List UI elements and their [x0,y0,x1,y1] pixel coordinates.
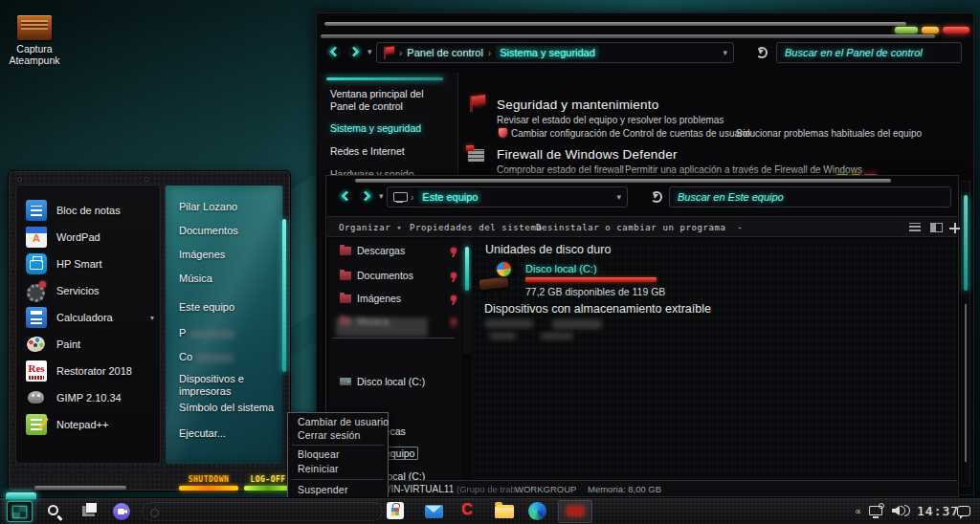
back-button[interactable] [326,43,343,59]
microsoft-store-icon[interactable] [387,502,404,519]
app-item-gimp[interactable]: GIMP 2.10.34 [26,386,154,409]
view-details-icon[interactable] [909,223,921,231]
drive-name[interactable]: Disco local (C:) [525,263,597,274]
minimize-button[interactable] [895,27,918,33]
link-firewall-allow-app[interactable]: Permitir una aplicación a través de Fire… [625,164,862,175]
section-subtitle[interactable]: Revisar el estado del equipo y resolver … [497,115,724,125]
forward-button[interactable] [345,43,362,59]
local-disk-icon[interactable] [479,258,518,291]
place-item-user[interactable]: Pilar Lozano [179,201,278,213]
logoff-button[interactable]: LOG-OFF [244,475,292,491]
start-button[interactable] [7,501,33,522]
control-panel-search-box[interactable]: Buscar en el Panel de control [776,42,962,63]
sidebar-item-disco-local[interactable]: Disco local (C:) [340,373,457,390]
menu-item-bloquear[interactable]: Bloquear [298,448,384,460]
network-display-icon[interactable] [869,506,882,515]
place-item-censored-2[interactable]: Co [179,351,278,363]
toolbar-system-properties-button[interactable]: Propiedades del sistema [410,223,542,232]
recent-pages-dropdown-icon[interactable]: ▾ [368,47,372,56]
link-uac[interactable]: Cambiar configuración de Control de cuen… [511,128,750,139]
calculator-icon [26,307,47,328]
place-item-este-equipo[interactable]: Este equipo [179,301,278,314]
scrollbar[interactable] [961,181,970,487]
notification-center-icon[interactable] [957,506,970,516]
sidebar-item-home[interactable]: Ventana principal del Panel de control [330,88,451,113]
shutdown-glow-bar [179,486,238,491]
app-item-notepad-plus-plus[interactable]: Notepad++ [26,413,154,436]
back-button[interactable] [338,187,354,204]
place-item-musica[interactable]: Música [179,273,278,285]
recent-pages-dropdown-icon[interactable]: ▾ [379,191,384,201]
app-item-hp-smart[interactable]: HP Smart [26,252,154,275]
place-item-documentos[interactable]: Documentos [179,225,278,237]
start-menu-places-panel: Pilar Lozano Documentos Imágenes Música … [165,185,283,464]
app-item-servicios[interactable]: Servicios [26,279,154,302]
sidebar-item-redes-e-internet[interactable]: Redes e Internet [330,145,451,158]
shutdown-button[interactable]: SHUTDOWN [179,475,238,491]
menu-item-cambiar-de-usuario[interactable]: Cambiar de usuario [298,416,384,427]
refresh-icon[interactable] [651,191,662,203]
address-dropdown-icon[interactable]: ▾ [616,192,621,202]
taskbar-search-icon[interactable] [48,505,58,515]
sidebar-scrollbar[interactable] [463,239,471,354]
close-button[interactable] [943,27,969,33]
ccleaner-icon[interactable]: C [461,501,473,518]
app-item-calculadora[interactable]: Calculadora ▾ [26,306,154,329]
app-item-wordpad[interactable]: A WordPad [26,226,154,249]
place-item-imagenes[interactable]: Imágenes [179,249,278,261]
breadcrumb-este-equipo[interactable]: Este equipo [418,190,481,204]
titlebar-grip[interactable] [355,179,891,183]
mail-icon[interactable] [425,505,443,518]
address-dropdown-icon[interactable]: ▾ [723,48,727,57]
toolbar-organize-button[interactable]: Organizar ▾ [339,223,402,232]
explorer-search-box[interactable]: Buscar en Este equipo [669,186,951,207]
taskbar-clock[interactable]: 14:37 [917,504,959,518]
scrollbar-thumb[interactable] [964,195,968,291]
menu-item-suspender[interactable]: Suspender [298,484,384,495]
expand-ribbon-icon[interactable] [949,223,960,233]
file-explorer-icon[interactable] [495,505,514,518]
sidebar-item-documentos[interactable]: Documentos [340,267,457,284]
address-bar[interactable]: › Panel de control › Sistema y seguridad… [376,42,734,63]
place-item-censored-1[interactable]: P [179,327,278,339]
active-app-button[interactable] [558,500,592,523]
menu-item-reiniciar[interactable]: Reiniciar [298,463,384,474]
breadcrumb-sistema-y-seguridad[interactable]: Sistema y seguridad [496,46,599,59]
explorer-status-bar: WIN-VIRTUAL11 (Grupo de trab... WORKGROU… [327,480,957,495]
toolbar-more-button[interactable]: - [737,223,743,232]
breadcrumb-panel-de-control[interactable]: Panel de control [407,47,483,58]
desktop-shortcut-captura-ateampunk[interactable]: Captura Ateampunk [0,15,69,66]
firewall-icon [468,149,484,162]
censored-blur [552,319,602,329]
expand-arrow-icon[interactable]: ▾ [150,314,154,322]
toolbar-uninstall-button[interactable]: Desinstalar o cambiar un programa [536,223,726,232]
section-title-firewall[interactable]: Firewall de Windows Defender [497,147,678,162]
sidebar-item-descargas[interactable]: Descargas [340,242,457,259]
windows-logo-icon [495,260,513,278]
place-item-ejecutar[interactable]: Ejecutar... [179,427,278,440]
app-item-bloc-de-notas[interactable]: Bloc de notas [26,199,154,222]
app-item-paint[interactable]: Paint [26,333,154,356]
forward-button[interactable] [357,187,373,204]
scrollbar-thumb[interactable] [465,247,469,291]
task-view-icon[interactable] [82,506,95,516]
tray-overflow-icon[interactable]: ∝ [855,506,861,516]
sidebar-item-sistema-y-seguridad[interactable]: Sistema y seguridad [330,122,451,135]
edge-browser-icon[interactable] [528,502,546,520]
address-bar[interactable]: › Este equipo ▾ [387,186,628,207]
place-item-simbolo-del-sistema[interactable]: Símbolo del sistema [179,402,278,414]
link-troubleshoot[interactable]: Solucionar problemas habituales del equi… [736,128,922,139]
menu-item-cerrar-sesion[interactable]: Cerrar sesión [298,429,384,441]
app-item-restorator[interactable]: Res Restorator 2018 [26,360,154,382]
section-title-seguridad[interactable]: Seguridad y mantenimiento [497,98,658,112]
volume-icon[interactable] [892,506,900,515]
titlebar-grip[interactable] [324,22,906,26]
start-menu-scrollbar[interactable] [282,219,286,372]
preview-pane-icon[interactable] [930,223,943,232]
maximize-button[interactable] [922,27,939,33]
link-firewall-status[interactable]: Comprobar estado del firewall [497,164,624,175]
place-item-dispositivos-e-impresoras[interactable]: Dispositivos e impresoras [179,373,271,397]
sidebar-item-imagenes[interactable]: Imágenes [340,290,457,307]
chat-icon[interactable] [113,503,130,520]
refresh-icon[interactable] [756,47,768,58]
